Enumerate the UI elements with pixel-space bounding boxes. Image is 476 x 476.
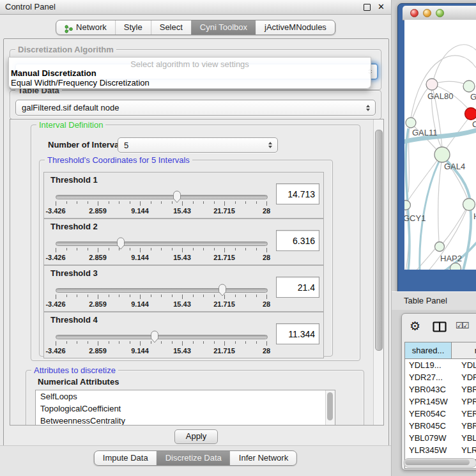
node-bottom-partial[interactable] (450, 263, 461, 270)
table-row[interactable]: YPR145WYPR1 (405, 395, 476, 408)
tick-mark (172, 248, 173, 250)
attribute-item-betweennesscentrality[interactable]: BetweennessCentrality (36, 415, 335, 426)
tick-label: 21.715 (213, 207, 235, 215)
attribute-item-topologicalcoefficient[interactable]: TopologicalCoefficient (36, 403, 335, 415)
table-row[interactable]: YBR043CYBR0 (405, 383, 476, 395)
slider-thumb[interactable] (217, 283, 227, 296)
apply-button[interactable]: Apply (174, 429, 218, 444)
settings-scroll-area: Interval Definition Number of Intervals … (10, 119, 384, 426)
threshold-value-input[interactable] (276, 230, 319, 251)
tick-mark (151, 201, 151, 204)
attribute-item-selfloops[interactable]: SelfLoops (36, 390, 335, 403)
node-partial-low-right[interactable] (463, 199, 475, 211)
threshold-slider[interactable]: -3.4262.8599.14415.4321.71528 (56, 189, 266, 216)
tick-mark (266, 248, 267, 252)
threshold-value-input[interactable] (276, 323, 319, 344)
slider-thumb[interactable] (150, 330, 160, 343)
attributes-group: Attributes to discretize Numerical Attri… (26, 370, 364, 426)
tab-discretize-data[interactable]: Discretize Data (157, 451, 230, 465)
tick-mark (56, 341, 56, 346)
split-columns-icon[interactable] (433, 321, 447, 335)
slider-thumb[interactable] (172, 190, 182, 203)
node-gcy1[interactable] (404, 201, 411, 210)
table-data-combo[interactable]: galFiltered.sif default node (15, 100, 376, 116)
table-row[interactable]: YDR27...YDR2 (405, 371, 476, 383)
slider-track[interactable] (56, 335, 268, 339)
settings-vertical-scrollbar[interactable] (373, 119, 383, 425)
threshold-slider[interactable]: -3.4262.8599.14415.4321.71528 (56, 329, 266, 356)
slider-track[interactable] (56, 288, 268, 293)
tab-select[interactable]: Select (151, 20, 191, 35)
tick-mark (119, 295, 119, 297)
popup-option-manual[interactable]: Manual Discretization (11, 68, 96, 78)
cell-shared-name: YBL079W (405, 432, 456, 444)
tick-mark (88, 201, 88, 204)
threshold-value-input[interactable] (276, 277, 319, 298)
close-icon[interactable]: ✕ (378, 1, 385, 13)
tick-mark (235, 201, 236, 204)
popup-option-equal-width[interactable]: Equal Width/Frequency Discretization (11, 78, 150, 88)
table-row[interactable]: YBL079WYBL0 (405, 432, 476, 444)
threshold-slider[interactable]: -3.4262.8599.14415.4321.71528 (56, 236, 266, 263)
tab-cyni-toolbox[interactable]: Cyni Toolbox (191, 20, 256, 35)
tab-impute-data[interactable]: Impute Data (95, 451, 157, 465)
threshold-value-input[interactable] (276, 183, 319, 204)
slider-track[interactable] (56, 195, 268, 199)
zoom-traffic-light[interactable] (436, 9, 444, 17)
tick-mark (203, 248, 204, 250)
node-gal11[interactable] (406, 118, 416, 128)
tick-mark (172, 295, 173, 297)
threshold-slider[interactable]: -3.4262.8599.14415.4321.71528 (56, 282, 266, 309)
column-header-name[interactable]: na (452, 342, 476, 358)
attributes-list-scrollbar[interactable] (325, 390, 335, 426)
tick-mark (88, 341, 88, 344)
tick-mark (245, 201, 246, 204)
tick-mark (140, 295, 141, 299)
close-traffic-light[interactable] (410, 9, 418, 17)
tab-network[interactable]: Network (56, 20, 115, 35)
node-hap2[interactable] (435, 242, 445, 252)
node-gal4[interactable] (434, 147, 450, 162)
tick-mark (214, 248, 215, 250)
node-label: C (472, 119, 476, 129)
node-partial-top-right[interactable] (463, 81, 475, 92)
scrollbar-thumb[interactable] (405, 459, 470, 465)
tick-mark (224, 248, 225, 252)
node-label: GAL4 (444, 162, 465, 171)
tab-jactivemnodules[interactable]: jActiveMNodules (256, 20, 335, 35)
table-row[interactable]: YBR045CYBR0 (405, 420, 476, 432)
scrollbar-thumb[interactable] (375, 130, 383, 351)
tab-style[interactable]: Style (115, 20, 151, 35)
tick-label: -3.426 (45, 347, 65, 355)
slider-track[interactable] (56, 242, 268, 246)
num-intervals-combo[interactable]: 5 (118, 137, 278, 153)
tick-label: 15.43 (173, 207, 191, 215)
network-canvas[interactable]: GAL80 G C GAL11 GAL4 GCY1 H HAP2 (404, 20, 476, 270)
table-row[interactable]: YER054CYER0 (405, 408, 476, 420)
table-horizontal-scrollbar[interactable] (404, 458, 476, 468)
minimize-traffic-light[interactable] (423, 9, 431, 17)
tick-mark (77, 248, 77, 250)
tab-infer-network[interactable]: Infer Network (230, 451, 296, 465)
gear-icon[interactable]: ⚙ (410, 319, 420, 333)
tab-label: Style (124, 20, 142, 35)
table-row[interactable]: YDL19...YDL1 (405, 359, 476, 371)
float-window-icon[interactable] (364, 4, 371, 11)
interval-definition-group: Interval Definition Number of Intervals … (31, 125, 360, 361)
table-row[interactable]: YLR345WYLR3 (405, 444, 476, 456)
tick-mark (182, 295, 183, 299)
table-data-group: Table Data galFiltered.sif default node (10, 90, 381, 119)
tick-mark (182, 341, 183, 346)
tick-label: 2.859 (89, 300, 107, 308)
popup-prompt: Select algorithm to view settings (9, 59, 371, 69)
scrollbar-thumb[interactable] (327, 392, 333, 420)
tick-mark (140, 248, 141, 252)
tick-label: 21.715 (213, 300, 235, 308)
select-columns-icon[interactable]: ☑☑ (456, 321, 468, 330)
slider-thumb[interactable] (116, 236, 126, 250)
node-gal80[interactable] (426, 79, 438, 90)
node-selected-red[interactable] (465, 108, 476, 120)
column-header-shared-name[interactable]: shared... (405, 342, 452, 358)
numerical-attributes-list[interactable]: SelfLoopsTopologicalCoefficientBetweenne… (35, 390, 335, 426)
threshold-panel: Threshold 2 -3.4262.8599.14415.4321.7152… (43, 219, 324, 265)
